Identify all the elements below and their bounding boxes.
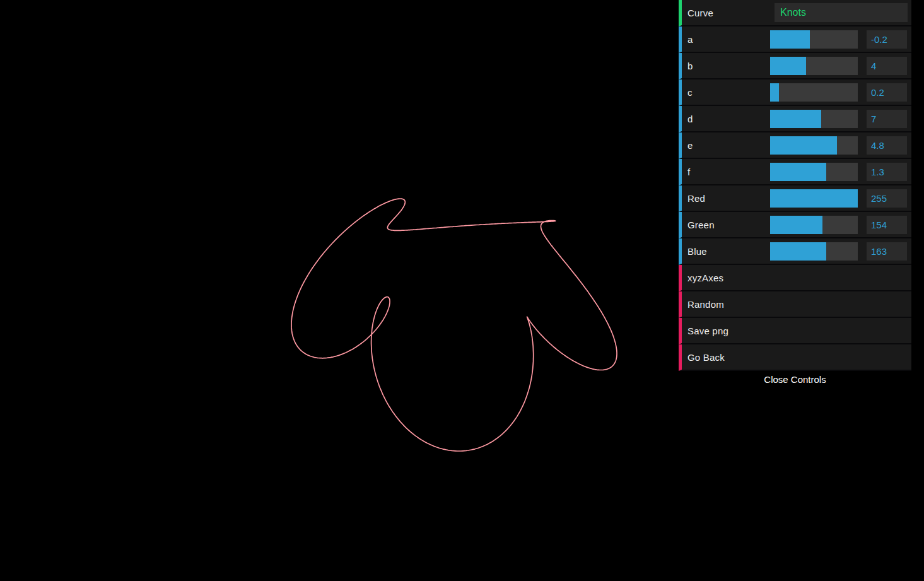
slider-row-a: a -0.2 (679, 26, 911, 53)
curve-row: Curve Knots (679, 0, 911, 26)
slider-label-green: Green (687, 220, 770, 230)
slider-row-c: c 0.2 (679, 79, 911, 106)
slider-fill-blue (770, 242, 826, 261)
slider-label-red: Red (687, 193, 770, 204)
slider-track-blue[interactable] (770, 242, 858, 261)
go-back-button[interactable]: Go Back (679, 344, 911, 371)
slider-track-c[interactable] (770, 83, 858, 102)
slider-row-blue: Blue 163 (679, 238, 911, 265)
slider-fill-e (770, 136, 837, 155)
xyzaxes-button[interactable]: xyzAxes (679, 265, 911, 291)
curve-row-label: Curve (687, 8, 770, 18)
value-input-green[interactable]: 154 (867, 216, 907, 234)
slider-fill-f (770, 163, 826, 181)
save-png-button[interactable]: Save png (679, 318, 911, 344)
slider-track-green[interactable] (770, 216, 858, 234)
slider-track-d[interactable] (770, 110, 858, 128)
value-input-e[interactable]: 4.8 (867, 136, 907, 155)
slider-row-f: f 1.3 (679, 159, 911, 185)
random-button[interactable]: Random (679, 291, 911, 318)
slider-label-d: d (687, 114, 770, 124)
slider-row-red: Red 255 (679, 185, 911, 212)
random-button-label: Random (687, 299, 724, 310)
value-input-a[interactable]: -0.2 (867, 30, 907, 49)
close-controls-button[interactable]: Close Controls (679, 371, 911, 389)
slider-row-green: Green 154 (679, 212, 911, 238)
knot-curve (291, 199, 617, 451)
controls-panel: Curve Knots a -0.2 b 4 c 0.2 d 7 e 4.8 f… (679, 0, 911, 389)
save-png-button-label: Save png (687, 326, 728, 336)
slider-label-a: a (687, 34, 770, 45)
slider-row-d: d 7 (679, 106, 911, 132)
slider-label-blue: Blue (687, 246, 770, 257)
slider-track-b[interactable] (770, 57, 858, 75)
slider-label-b: b (687, 61, 770, 71)
value-input-c[interactable]: 0.2 (867, 83, 907, 102)
value-input-red[interactable]: 255 (867, 189, 907, 208)
xyzaxes-button-label: xyzAxes (687, 273, 723, 283)
slider-label-e: e (687, 140, 770, 151)
value-input-f[interactable]: 1.3 (867, 163, 907, 181)
slider-label-c: c (687, 87, 770, 98)
slider-track-e[interactable] (770, 136, 858, 155)
slider-track-f[interactable] (770, 163, 858, 181)
slider-row-e: e 4.8 (679, 132, 911, 159)
slider-fill-b (770, 57, 806, 75)
slider-row-b: b 4 (679, 53, 911, 79)
slider-fill-c (770, 83, 779, 102)
value-input-b[interactable]: 4 (867, 57, 907, 75)
slider-fill-d (770, 110, 821, 128)
value-input-blue[interactable]: 163 (867, 242, 907, 261)
go-back-button-label: Go Back (687, 352, 725, 363)
curve-select[interactable]: Knots (775, 3, 908, 22)
slider-track-a[interactable] (770, 30, 858, 49)
slider-fill-green (770, 216, 822, 234)
slider-label-f: f (687, 167, 770, 177)
value-input-d[interactable]: 7 (867, 110, 907, 128)
slider-track-red[interactable] (770, 189, 858, 208)
slider-fill-red (770, 189, 858, 208)
slider-fill-a (770, 30, 810, 49)
